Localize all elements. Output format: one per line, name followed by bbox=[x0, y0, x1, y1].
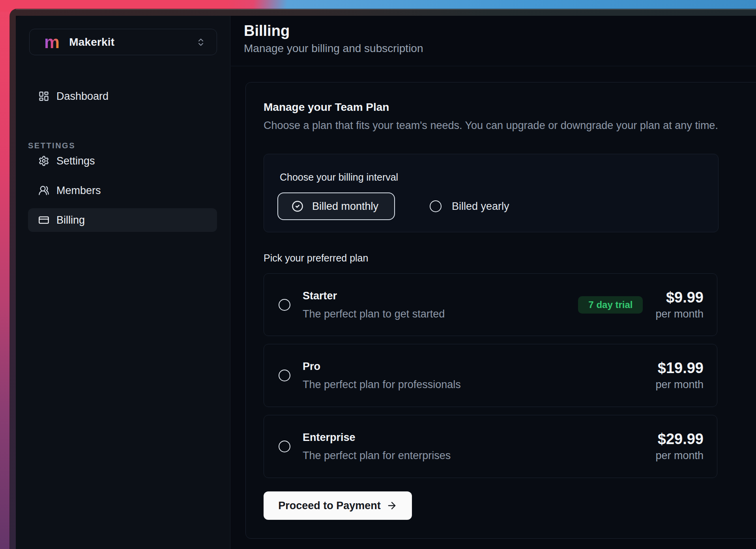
plan-description: The perfect plan for enterprises bbox=[303, 449, 451, 462]
gear-icon bbox=[38, 155, 49, 166]
app-window: m Makerkit Dashboard SETTINGS bbox=[10, 9, 756, 549]
window-frame-left bbox=[10, 9, 16, 549]
plan-description: The perfect plan for professionals bbox=[303, 378, 461, 391]
plan-price-block: $9.99 per month bbox=[655, 289, 704, 321]
radio-circle-icon bbox=[430, 200, 442, 212]
plan-text: Starter The perfect plan to get started bbox=[303, 289, 445, 321]
sidebar-item-billing[interactable]: Billing bbox=[28, 208, 217, 232]
plan-period: per month bbox=[655, 307, 704, 321]
billing-interval-group: Choose your billing interval Billed mont… bbox=[264, 154, 719, 232]
plan-text: Enterprise The perfect plan for enterpri… bbox=[303, 431, 451, 462]
workspace-name: Makerkit bbox=[69, 36, 114, 49]
page-header: Billing Manage your billing and subscrip… bbox=[231, 16, 756, 66]
sidebar-item-label: Dashboard bbox=[56, 90, 109, 103]
billed-yearly-option[interactable]: Billed yearly bbox=[430, 200, 509, 213]
proceed-to-payment-label: Proceed to Payment bbox=[278, 500, 381, 512]
credit-card-icon bbox=[38, 215, 49, 226]
sidebar-item-members[interactable]: Members bbox=[28, 179, 217, 202]
sidebar: m Makerkit Dashboard SETTINGS bbox=[16, 16, 230, 549]
main-area: Billing Manage your billing and subscrip… bbox=[231, 16, 756, 549]
plan-row-pro[interactable]: Pro The perfect plan for professionals $… bbox=[264, 344, 717, 407]
plan-name: Starter bbox=[303, 289, 445, 303]
plan-name: Pro bbox=[303, 360, 461, 373]
billed-monthly-option[interactable]: Billed monthly bbox=[277, 192, 395, 220]
radio-circle-icon[interactable] bbox=[279, 441, 290, 452]
plan-row-enterprise[interactable]: Enterprise The perfect plan for enterpri… bbox=[264, 415, 717, 478]
billing-interval-options: Billed monthly Billed yearly bbox=[280, 192, 718, 220]
dashboard-icon bbox=[38, 91, 49, 102]
billed-yearly-label: Billed yearly bbox=[452, 200, 509, 213]
page-subtitle: Manage your billing and subscription bbox=[244, 42, 756, 55]
plan-price: $19.99 bbox=[658, 360, 704, 376]
sidebar-item-label: Settings bbox=[56, 155, 95, 167]
billing-interval-label: Choose your billing interval bbox=[280, 170, 718, 184]
sidebar-item-label: Billing bbox=[56, 214, 85, 226]
plan-price-block: $29.99 per month bbox=[655, 431, 704, 462]
users-icon bbox=[38, 185, 49, 196]
team-plan-card: Manage your Team Plan Choose a plan that… bbox=[245, 82, 756, 539]
plan-name: Enterprise bbox=[303, 431, 451, 444]
plan-row-starter[interactable]: Starter The perfect plan to get started … bbox=[264, 273, 717, 336]
window-content: m Makerkit Dashboard SETTINGS bbox=[16, 16, 756, 549]
chevrons-up-down-icon bbox=[196, 37, 206, 47]
proceed-to-payment-button[interactable]: Proceed to Payment bbox=[264, 491, 412, 520]
plan-price: $29.99 bbox=[658, 431, 704, 447]
sidebar-item-label: Members bbox=[56, 185, 101, 197]
plan-price: $9.99 bbox=[666, 289, 704, 306]
plan-price-block: $19.99 per month bbox=[655, 360, 704, 391]
plan-period: per month bbox=[655, 449, 704, 462]
makerkit-logo: m bbox=[44, 34, 60, 51]
trial-badge: 7 day trial bbox=[578, 296, 643, 314]
page-title: Billing bbox=[244, 21, 756, 40]
plan-period: per month bbox=[655, 378, 704, 391]
sidebar-item-dashboard[interactable]: Dashboard bbox=[28, 84, 217, 108]
card-title: Manage your Team Plan bbox=[264, 101, 756, 114]
card-subtitle: Choose a plan that fits your team's need… bbox=[264, 119, 756, 132]
arrow-right-icon bbox=[386, 500, 397, 511]
plan-text: Pro The perfect plan for professionals bbox=[303, 360, 461, 391]
workspace-selector[interactable]: m Makerkit bbox=[29, 29, 217, 55]
check-circle-icon bbox=[292, 200, 303, 212]
radio-circle-icon[interactable] bbox=[279, 299, 290, 311]
radio-circle-icon[interactable] bbox=[279, 370, 290, 381]
plan-description: The perfect plan to get started bbox=[303, 307, 445, 321]
sidebar-item-settings[interactable]: Settings bbox=[28, 149, 217, 173]
window-frame-top bbox=[10, 9, 756, 16]
plan-picker-label: Pick your preferred plan bbox=[264, 251, 368, 265]
billed-monthly-label: Billed monthly bbox=[312, 200, 378, 213]
